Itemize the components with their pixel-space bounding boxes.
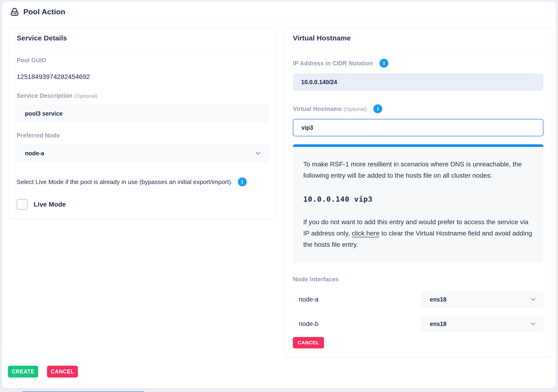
preferred-node-select[interactable]: node-a [17,144,268,162]
node-a-name: node-a [293,296,319,303]
service-details-card: Service Details Pool GUID 12518493974282… [8,28,277,218]
pool-drive-icon [9,7,20,17]
node-b-name: node-b [293,320,319,328]
service-details-header: Service Details [8,28,277,48]
footer-cancel-button[interactable]: CANCEL [47,366,78,377]
live-mode-info-icon[interactable]: i [238,177,247,186]
app-panel: Pool Action Service Details Pool GUID 12… [2,1,556,388]
node-a-interface-select[interactable]: ens18 [422,292,543,307]
node-b-interface-select[interactable]: ens18 [422,316,543,332]
virtual-hostname-header: Virtual Hostname [284,28,552,48]
page-header: Pool Action [2,2,556,22]
node-a-interface-value: ens18 [430,296,446,303]
node-interface-row-node-b: node-b ens18 [293,316,543,332]
live-mode-checkbox[interactable] [17,199,27,210]
clear-hostname-link[interactable]: click here [352,230,379,237]
virtual-hostname-title: Virtual Hostname [293,34,543,42]
hosts-info-paragraph-2: If you do not want to add this entry and… [303,217,533,250]
virtual-hostname-input[interactable] [293,119,543,136]
node-b-interface-value: ens18 [430,321,446,327]
page-title: Pool Action [23,8,65,16]
virtual-hostname-card: Virtual Hostname IP Address in CIDR Nota… [284,28,552,357]
chevron-down-icon [530,296,537,303]
ip-cidr-label: IP Address in CIDR Notation [293,60,373,67]
hosts-file-info-panel: To make RSF-1 more resillient in scenari… [293,144,543,263]
pool-guid-label: Pool GUID [17,57,268,64]
service-details-title: Service Details [17,34,268,42]
ip-cidr-input[interactable] [293,73,543,91]
footer-actions: CREATE CANCEL [2,357,556,377]
virtual-hostname-cancel-button[interactable]: CANCEL [293,337,324,348]
hosts-info-paragraph-1: To make RSF-1 more resillient in scenari… [303,159,533,181]
pool-guid-value: 12518493974282454692 [17,73,268,81]
info-panel-accent-bar [293,144,543,147]
service-description-input[interactable] [17,105,268,122]
create-button[interactable]: CREATE [8,366,38,377]
preferred-node-value: node-a [25,150,44,157]
node-interfaces-label: Node Interfaces [293,276,543,283]
preferred-node-label: Preferred Node [17,132,268,139]
optional-suffix: (Optional) [74,93,97,99]
virtual-hostname-label: Virtual Hostname (Optional) [293,106,367,112]
node-interface-row-node-a: node-a ens18 [293,292,543,307]
live-mode-label: Live Mode [34,201,66,208]
hosts-file-entry: 10.0.0.140 vip3 [303,195,533,203]
live-mode-hint: Select Live Mode if the pool is already … [17,178,233,186]
chevron-down-icon [530,320,537,327]
chevron-down-icon [254,150,262,157]
virtual-hostname-info-icon[interactable]: i [373,104,382,113]
optional-suffix: (Optional) [344,106,367,112]
ip-cidr-info-icon[interactable]: i [379,59,388,68]
service-description-label: Service Description (Optional) [17,92,268,99]
